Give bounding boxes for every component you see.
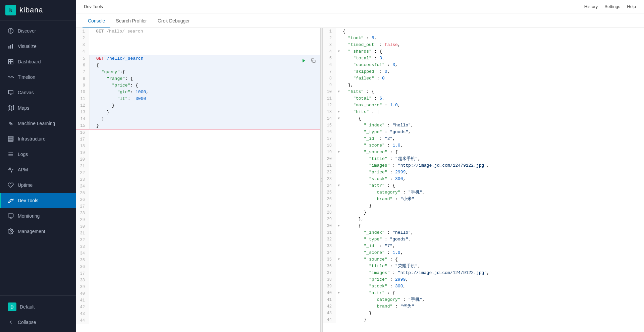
right-editor-panel: 1{2 "took" : 5,3 "timed_out" : false,4▼ …: [323, 28, 644, 332]
code-line: 35▼ "_source" : {: [323, 256, 644, 263]
fold-indicator[interactable]: ▼: [336, 109, 341, 115]
line-number: 25: [323, 189, 336, 196]
grid-icon: [8, 59, 14, 65]
code-content: "_index" : "hello",: [341, 229, 644, 236]
sidebar-item-label: Management: [18, 229, 45, 234]
fold-indicator[interactable]: ▼: [336, 290, 341, 296]
sidebar-item-label: Dev Tools: [18, 198, 38, 203]
fold-indicator[interactable]: ▼: [336, 89, 341, 95]
code-line: 7 "query":{: [76, 69, 320, 75]
sidebar-item-default[interactable]: D Default: [0, 298, 76, 315]
line-number: 3: [323, 42, 336, 48]
sidebar-item-uptime[interactable]: Uptime: [0, 177, 76, 193]
sidebar-item-timelion[interactable]: Timelion: [0, 69, 76, 85]
sidebar-item-label: Discover: [18, 28, 36, 34]
code-line: 21: [76, 163, 320, 170]
line-number: 34: [76, 250, 89, 257]
code-content: "images" : "http://image.jd.com/12479122…: [341, 270, 644, 276]
line-number: 12: [76, 102, 90, 109]
code-line: 19▼ "_source" : {: [323, 149, 644, 156]
sidebar-item-dev-tools[interactable]: Dev Tools: [0, 193, 76, 208]
fold-indicator[interactable]: ▼: [336, 115, 341, 122]
sidebar-item-visualize[interactable]: Visualize: [0, 39, 76, 54]
svg-rect-9: [11, 62, 13, 64]
line-number: 31: [323, 229, 336, 236]
sidebar-item-label: Canvas: [18, 90, 34, 95]
code-content: "_source" : {: [341, 256, 644, 263]
sidebar-item-apm[interactable]: APM: [0, 162, 76, 177]
help-link[interactable]: Help: [627, 4, 636, 9]
line-number: 20: [323, 156, 336, 162]
code-content: }: [341, 203, 644, 209]
code-line: 7 "skipped" : 0,: [323, 68, 644, 75]
line-number: 6: [76, 62, 90, 69]
fold-indicator[interactable]: ▼: [336, 182, 341, 189]
sidebar-item-machine-learning[interactable]: Machine Learning: [0, 116, 76, 131]
copy-query-button[interactable]: [309, 57, 317, 65]
code-content: "images" : "http://image.jd.com/12479122…: [341, 162, 644, 169]
line-number: 30: [323, 223, 336, 229]
fold-indicator[interactable]: ▼: [336, 223, 341, 229]
line-number: 20: [76, 156, 89, 163]
code-content: "max_score" : 1.0,: [341, 102, 644, 109]
line-number: 2: [323, 35, 336, 42]
app-header: Dev Tools History Settings Help: [76, 0, 644, 13]
line-number: 29: [323, 216, 336, 223]
sidebar-item-discover[interactable]: Discover: [0, 23, 76, 39]
svg-rect-6: [8, 59, 10, 61]
code-line: 32 "_type" : "goods",: [323, 236, 644, 243]
sidebar-item-maps[interactable]: Maps: [0, 100, 76, 116]
code-line: 14 }: [76, 116, 320, 122]
settings-link[interactable]: Settings: [604, 4, 620, 9]
line-number: 33: [323, 243, 336, 250]
code-line: 12 "max_score" : 1.0,: [323, 102, 644, 109]
history-link[interactable]: History: [584, 4, 598, 9]
tab-console[interactable]: Console: [83, 13, 110, 28]
line-number: 38: [323, 276, 336, 283]
line-number: 34: [323, 250, 336, 256]
code-line: 22: [76, 170, 320, 176]
line-number: 6: [323, 62, 336, 68]
fold-indicator[interactable]: ▼: [336, 256, 341, 263]
line-number: 35: [323, 256, 336, 263]
left-editor-scroll[interactable]: 1GET /hello/_search2345GET /hello/_searc…: [76, 28, 320, 332]
sidebar-item-dashboard[interactable]: Dashboard: [0, 54, 76, 69]
code-line: 1GET /hello/_search: [76, 28, 320, 35]
line-number: 1: [323, 28, 336, 35]
code-line: 14▼ {: [323, 115, 644, 122]
code-line: 24: [76, 183, 320, 190]
sidebar-item-logs[interactable]: Logs: [0, 147, 76, 162]
line-number: 38: [76, 277, 89, 284]
sidebar-item-management[interactable]: Management: [0, 224, 76, 239]
code-content: {: [341, 28, 644, 35]
line-number: 5: [76, 55, 90, 62]
line-number: 13: [323, 109, 336, 115]
fold-indicator[interactable]: ▼: [336, 149, 341, 156]
code-line: 17: [76, 136, 320, 143]
sidebar-item-monitoring[interactable]: Monitoring: [0, 208, 76, 224]
sidebar-item-canvas[interactable]: Canvas: [0, 85, 76, 100]
compass-icon: [8, 28, 14, 34]
fold-indicator[interactable]: ▼: [336, 48, 341, 55]
code-line: 1{: [323, 28, 644, 35]
code-line: 28: [76, 210, 320, 217]
run-query-button[interactable]: [300, 57, 308, 65]
code-content: "successful" : 3,: [341, 62, 644, 68]
line-number: 27: [323, 203, 336, 209]
right-editor-scroll[interactable]: 1{2 "took" : 5,3 "timed_out" : false,4▼ …: [323, 28, 644, 332]
sidebar-item-collapse[interactable]: Collapse: [0, 315, 76, 329]
line-number: 42: [76, 304, 89, 311]
sidebar-item-infrastructure[interactable]: Infrastructure: [0, 131, 76, 147]
line-number: 17: [323, 135, 336, 142]
code-line: 27: [76, 203, 320, 210]
tab-grok-debugger[interactable]: Grok Debugger: [152, 13, 195, 28]
tab-search-profiler[interactable]: Search Profiler: [110, 13, 152, 28]
code-content: },: [341, 82, 644, 89]
server-icon: [8, 136, 14, 142]
svg-marker-13: [8, 106, 14, 111]
code-content: GET /hello/_search: [95, 28, 320, 35]
line-number: 14: [323, 115, 336, 122]
line-number: 2: [76, 35, 89, 42]
code-line: 2 "took" : 5,: [323, 35, 644, 42]
code-line: 13▼ "hits" : [: [323, 109, 644, 115]
